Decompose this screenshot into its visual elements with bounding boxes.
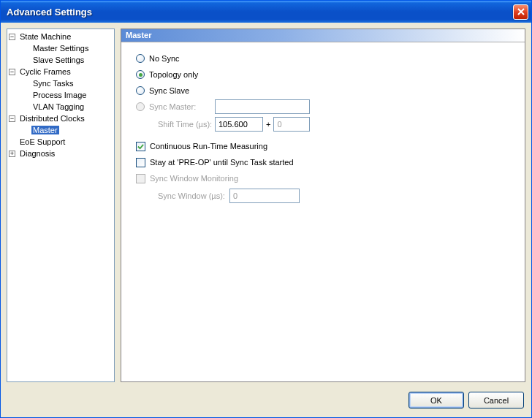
checkbox-label: Sync Window Monitoring [150,174,238,183]
sync-window-row: Sync Window (µs): [158,189,510,203]
radio-topology-only[interactable]: Topology only [136,67,510,82]
checkbox-stay-preop[interactable]: Stay at 'PRE-OP' until Sync Task started [136,155,510,170]
tree-vlan-tagging[interactable]: VLAN Tagging [9,101,113,113]
radio-label: Sync Slave [149,86,189,95]
tree-label: Master [31,126,59,134]
sync-window-label: Sync Window (µs): [158,191,229,200]
checkbox-label: Stay at 'PRE-OP' until Sync Task started [150,158,294,167]
tree-label: VLAN Tagging [31,102,86,111]
shift-time-input[interactable] [215,117,263,132]
cancel-button[interactable]: Cancel [468,392,524,408]
button-bar: OK Cancel [1,388,531,413]
tree-label: Diagnosis [18,149,56,158]
shift-offset-input [273,117,310,132]
content-area: − State Machine Master Settings Slave Se… [1,23,531,388]
radio-sync-master: Sync Master: [136,99,510,114]
tree-label: EoE Support [18,137,66,146]
tree-label: Sync Tasks [31,79,75,88]
shift-time-label: Shift Time (µs): [158,120,215,129]
tree-state-machine[interactable]: − State Machine [9,31,113,42]
checkbox-icon [136,158,145,167]
tree-label: Process Image [31,91,88,99]
panel-body: No Sync Topology only Sync Slave Sync Ma… [121,42,525,213]
radio-icon [136,86,145,95]
tree-panel[interactable]: − State Machine Master Settings Slave Se… [7,28,115,382]
radio-icon [136,102,145,111]
tree-eoe-support[interactable]: EoE Support [9,136,113,148]
expand-icon[interactable]: + [9,151,15,157]
radio-icon [136,70,145,79]
sync-master-input [215,99,310,114]
radio-label: Topology only [149,70,198,79]
checkbox-continuous-runtime[interactable]: Continuous Run-Time Measuring [136,139,510,153]
checkbox-icon [136,174,145,183]
close-button[interactable] [513,4,528,20]
tree-process-image[interactable]: Process Image [9,89,113,101]
collapse-icon[interactable]: − [9,115,15,122]
radio-icon [136,54,145,63]
tree-sync-tasks[interactable]: Sync Tasks [9,77,113,89]
tree-label: Distributed Clocks [18,114,86,123]
tree-cyclic-frames[interactable]: − Cyclic Frames [9,66,113,77]
tree-master-settings[interactable]: Master Settings [9,42,113,54]
shift-time-row: Shift Time (µs): + [158,117,510,132]
plus-label: + [266,120,270,129]
tree-label: Cyclic Frames [18,67,72,76]
main-panel: Master No Sync Topology only Sync Slave … [121,28,525,382]
radio-label: No Sync [149,54,180,63]
checkbox-sync-window-monitoring: Sync Window Monitoring [136,171,510,186]
panel-header: Master [121,29,525,42]
titlebar: Advanced Settings [1,1,531,23]
checkbox-label: Continuous Run-Time Measuring [150,142,267,151]
radio-label: Sync Master: [149,102,215,111]
tree-distributed-clocks[interactable]: − Distributed Clocks [9,113,113,124]
window-title: Advanced Settings [7,7,513,18]
radio-no-sync[interactable]: No Sync [136,51,510,66]
tree-diagnosis[interactable]: + Diagnosis [9,148,113,159]
tree-slave-settings[interactable]: Slave Settings [9,54,113,66]
collapse-icon[interactable]: − [9,69,15,75]
ok-button[interactable]: OK [408,392,464,408]
radio-sync-slave[interactable]: Sync Slave [136,83,510,98]
sync-window-input [229,189,300,203]
checkbox-icon [136,142,145,151]
collapse-icon[interactable]: − [9,34,15,40]
tree-master[interactable]: Master [9,124,113,136]
tree-label: Slave Settings [31,56,86,64]
close-icon [517,8,525,15]
tree-label: Master Settings [31,44,90,53]
tree-label: State Machine [18,32,72,41]
